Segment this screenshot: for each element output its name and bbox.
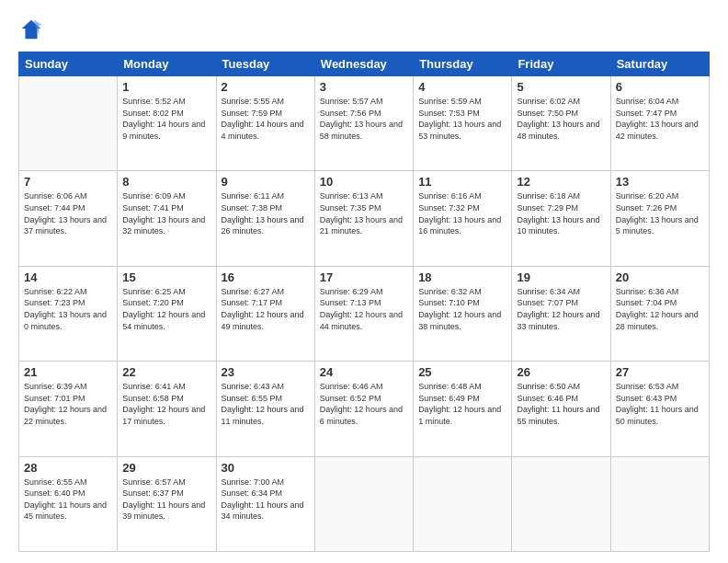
- day-info: Sunrise: 6:55 AMSunset: 6:40 PMDaylight:…: [24, 477, 112, 523]
- day-number: 17: [320, 270, 408, 284]
- day-number: 4: [418, 80, 506, 94]
- day-number: 12: [517, 175, 605, 189]
- day-number: 27: [616, 365, 704, 379]
- day-info: Sunrise: 6:18 AMSunset: 7:29 PMDaylight:…: [517, 190, 605, 236]
- day-number: 11: [418, 175, 506, 189]
- calendar-cell: 18Sunrise: 6:32 AMSunset: 7:10 PMDayligh…: [414, 266, 512, 361]
- day-number: 28: [24, 461, 112, 475]
- day-info: Sunrise: 6:22 AMSunset: 7:23 PMDaylight:…: [24, 286, 112, 332]
- calendar-cell: 14Sunrise: 6:22 AMSunset: 7:23 PMDayligh…: [19, 266, 118, 361]
- day-info: Sunrise: 6:02 AMSunset: 7:50 PMDaylight:…: [517, 96, 605, 142]
- day-number: 8: [122, 175, 210, 189]
- calendar-cell: 25Sunrise: 6:48 AMSunset: 6:49 PMDayligh…: [414, 362, 512, 456]
- calendar-table: SundayMondayTuesdayWednesdayThursdayFrid…: [18, 52, 710, 552]
- calendar-cell: 7Sunrise: 6:06 AMSunset: 7:44 PMDaylight…: [19, 171, 118, 266]
- week-row-3: 14Sunrise: 6:22 AMSunset: 7:23 PMDayligh…: [19, 266, 710, 361]
- calendar-cell: 28Sunrise: 6:55 AMSunset: 6:40 PMDayligh…: [19, 456, 118, 551]
- day-info: Sunrise: 6:09 AMSunset: 7:41 PMDaylight:…: [122, 190, 210, 236]
- calendar-cell: 21Sunrise: 6:39 AMSunset: 7:01 PMDayligh…: [19, 362, 118, 456]
- day-number: 16: [222, 270, 310, 284]
- day-info: Sunrise: 6:13 AMSunset: 7:35 PMDaylight:…: [320, 190, 408, 236]
- calendar-cell: [19, 76, 118, 171]
- calendar-cell: 3Sunrise: 5:57 AMSunset: 7:56 PMDaylight…: [314, 76, 413, 171]
- day-info: Sunrise: 5:55 AMSunset: 7:59 PMDaylight:…: [222, 96, 310, 142]
- day-number: 30: [222, 461, 310, 475]
- calendar-cell: 5Sunrise: 6:02 AMSunset: 7:50 PMDaylight…: [512, 76, 610, 171]
- day-info: Sunrise: 6:32 AMSunset: 7:10 PMDaylight:…: [418, 286, 506, 332]
- day-info: Sunrise: 6:39 AMSunset: 7:01 PMDaylight:…: [24, 381, 112, 427]
- day-info: Sunrise: 6:53 AMSunset: 6:43 PMDaylight:…: [616, 381, 704, 427]
- day-number: 14: [24, 270, 112, 284]
- day-number: 19: [517, 270, 605, 284]
- calendar-cell: 8Sunrise: 6:09 AMSunset: 7:41 PMDaylight…: [118, 171, 216, 266]
- weekday-header-wednesday: Wednesday: [314, 52, 413, 76]
- calendar-cell: 27Sunrise: 6:53 AMSunset: 6:43 PMDayligh…: [610, 362, 709, 456]
- day-number: 5: [517, 80, 605, 94]
- calendar-cell: 10Sunrise: 6:13 AMSunset: 7:35 PMDayligh…: [314, 171, 413, 266]
- page: SundayMondayTuesdayWednesdayThursdayFrid…: [0, 0, 728, 563]
- calendar-cell: 20Sunrise: 6:36 AMSunset: 7:04 PMDayligh…: [610, 266, 709, 361]
- weekday-header-saturday: Saturday: [610, 52, 709, 76]
- day-number: 24: [320, 365, 408, 379]
- calendar-cell: 29Sunrise: 6:57 AMSunset: 6:37 PMDayligh…: [118, 456, 216, 551]
- calendar-cell: 9Sunrise: 6:11 AMSunset: 7:38 PMDaylight…: [216, 171, 314, 266]
- day-number: 26: [517, 365, 605, 379]
- day-info: Sunrise: 6:25 AMSunset: 7:20 PMDaylight:…: [122, 286, 210, 332]
- calendar-cell: 26Sunrise: 6:50 AMSunset: 6:46 PMDayligh…: [512, 362, 610, 456]
- day-number: 7: [24, 175, 112, 189]
- calendar-cell: 22Sunrise: 6:41 AMSunset: 6:58 PMDayligh…: [118, 362, 216, 456]
- day-number: 15: [122, 270, 210, 284]
- day-info: Sunrise: 6:57 AMSunset: 6:37 PMDaylight:…: [122, 477, 210, 523]
- day-info: Sunrise: 6:11 AMSunset: 7:38 PMDaylight:…: [222, 190, 310, 236]
- calendar-cell: 11Sunrise: 6:16 AMSunset: 7:32 PMDayligh…: [414, 171, 512, 266]
- day-info: Sunrise: 6:29 AMSunset: 7:13 PMDaylight:…: [320, 286, 408, 332]
- calendar-cell: 16Sunrise: 6:27 AMSunset: 7:17 PMDayligh…: [216, 266, 314, 361]
- day-info: Sunrise: 6:04 AMSunset: 7:47 PMDaylight:…: [616, 96, 704, 142]
- weekday-header-friday: Friday: [512, 52, 610, 76]
- calendar-cell: [314, 456, 413, 551]
- logo: [18, 17, 48, 42]
- day-number: 13: [616, 175, 704, 189]
- day-info: Sunrise: 6:34 AMSunset: 7:07 PMDaylight:…: [517, 286, 605, 332]
- calendar-cell: 19Sunrise: 6:34 AMSunset: 7:07 PMDayligh…: [512, 266, 610, 361]
- calendar-cell: [610, 456, 709, 551]
- day-number: 23: [222, 365, 310, 379]
- calendar-cell: 24Sunrise: 6:46 AMSunset: 6:52 PMDayligh…: [314, 362, 413, 456]
- calendar-cell: 6Sunrise: 6:04 AMSunset: 7:47 PMDaylight…: [610, 76, 709, 171]
- day-number: 2: [222, 80, 310, 94]
- calendar-cell: 1Sunrise: 5:52 AMSunset: 8:02 PMDaylight…: [118, 76, 216, 171]
- day-number: 21: [24, 365, 112, 379]
- day-number: 9: [222, 175, 310, 189]
- weekday-header-tuesday: Tuesday: [216, 52, 314, 76]
- calendar-cell: 12Sunrise: 6:18 AMSunset: 7:29 PMDayligh…: [512, 171, 610, 266]
- calendar-cell: 15Sunrise: 6:25 AMSunset: 7:20 PMDayligh…: [118, 266, 216, 361]
- day-number: 20: [616, 270, 704, 284]
- day-number: 3: [320, 80, 408, 94]
- day-info: Sunrise: 6:16 AMSunset: 7:32 PMDaylight:…: [418, 190, 506, 236]
- calendar-cell: 2Sunrise: 5:55 AMSunset: 7:59 PMDaylight…: [216, 76, 314, 171]
- week-row-1: 1Sunrise: 5:52 AMSunset: 8:02 PMDaylight…: [19, 76, 710, 171]
- weekday-header-row: SundayMondayTuesdayWednesdayThursdayFrid…: [19, 52, 710, 76]
- calendar-cell: 13Sunrise: 6:20 AMSunset: 7:26 PMDayligh…: [610, 171, 709, 266]
- weekday-header-thursday: Thursday: [414, 52, 512, 76]
- weekday-header-sunday: Sunday: [19, 52, 118, 76]
- logo-icon: [18, 17, 44, 42]
- calendar-cell: 30Sunrise: 7:00 AMSunset: 6:34 PMDayligh…: [216, 456, 314, 551]
- calendar-cell: [512, 456, 610, 551]
- day-number: 10: [320, 175, 408, 189]
- day-number: 29: [122, 461, 210, 475]
- day-info: Sunrise: 6:06 AMSunset: 7:44 PMDaylight:…: [24, 190, 112, 236]
- day-number: 1: [122, 80, 210, 94]
- calendar-cell: [414, 456, 512, 551]
- calendar-cell: 23Sunrise: 6:43 AMSunset: 6:55 PMDayligh…: [216, 362, 314, 456]
- day-info: Sunrise: 6:41 AMSunset: 6:58 PMDaylight:…: [122, 381, 210, 427]
- day-info: Sunrise: 6:27 AMSunset: 7:17 PMDaylight:…: [222, 286, 310, 332]
- header: [18, 17, 710, 42]
- weekday-header-monday: Monday: [118, 52, 216, 76]
- day-info: Sunrise: 6:48 AMSunset: 6:49 PMDaylight:…: [418, 381, 506, 427]
- week-row-2: 7Sunrise: 6:06 AMSunset: 7:44 PMDaylight…: [19, 171, 710, 266]
- week-row-5: 28Sunrise: 6:55 AMSunset: 6:40 PMDayligh…: [19, 456, 710, 551]
- week-row-4: 21Sunrise: 6:39 AMSunset: 7:01 PMDayligh…: [19, 362, 710, 456]
- day-info: Sunrise: 7:00 AMSunset: 6:34 PMDaylight:…: [222, 477, 310, 523]
- calendar-cell: 4Sunrise: 5:59 AMSunset: 7:53 PMDaylight…: [414, 76, 512, 171]
